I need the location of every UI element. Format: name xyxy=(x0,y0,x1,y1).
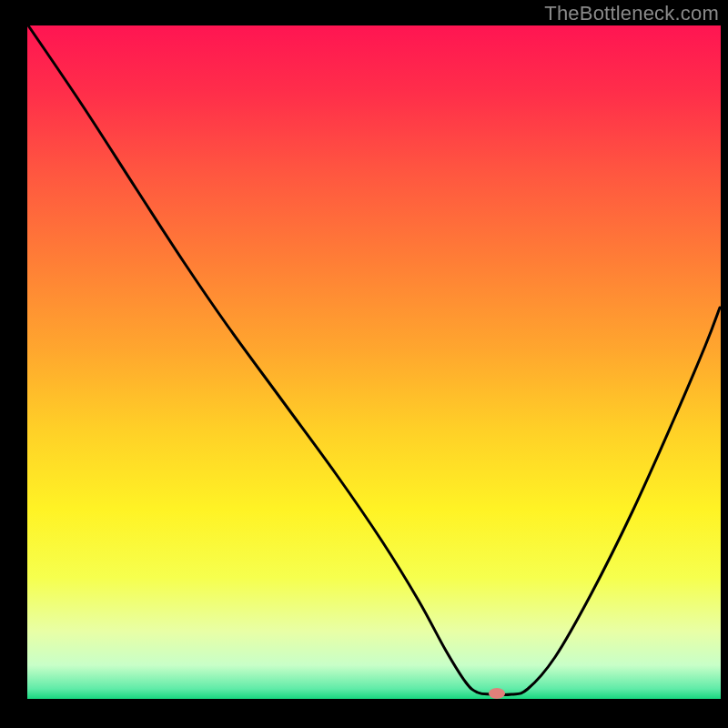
optimal-marker xyxy=(489,688,505,699)
bottleneck-chart xyxy=(0,0,728,728)
watermark-text: TheBottleneck.com xyxy=(544,2,719,25)
plot-background xyxy=(27,25,721,699)
chart-frame: { "watermark": "TheBottleneck.com", "mar… xyxy=(0,0,728,728)
